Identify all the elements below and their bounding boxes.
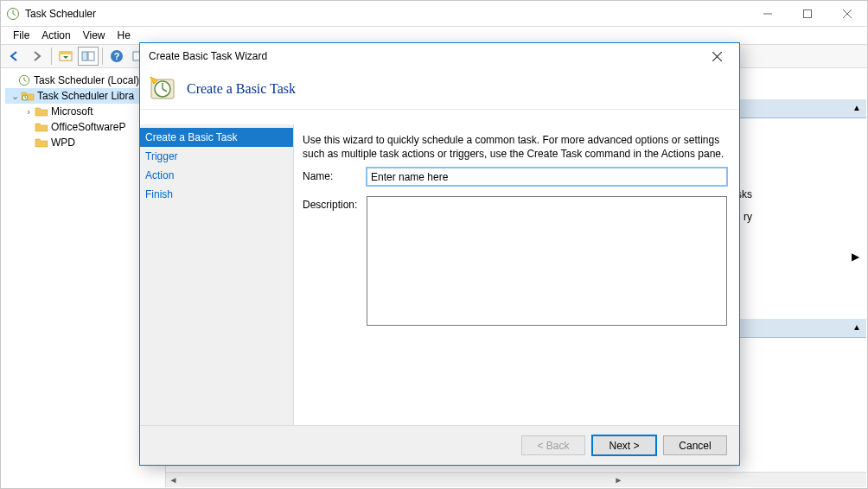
menu-action[interactable]: Action xyxy=(41,29,70,41)
svg-rect-8 xyxy=(60,52,72,54)
chevron-right-icon[interactable]: ▶ xyxy=(852,251,859,263)
wizard-form: Use this wizard to quickly schedule a co… xyxy=(294,124,739,425)
step-action[interactable]: Action xyxy=(140,166,293,185)
horizontal-scrollbar[interactable]: ◄ ► xyxy=(166,472,866,487)
dialog-titlebar: Create Basic Task Wizard xyxy=(140,43,739,69)
close-button[interactable] xyxy=(827,1,867,27)
actions-pane-subheader[interactable]: ▲ xyxy=(732,319,866,338)
description-label: Description: xyxy=(303,196,367,211)
menu-view[interactable]: View xyxy=(83,29,105,41)
maximize-button[interactable] xyxy=(788,1,827,27)
toolbar-help-button[interactable]: ? xyxy=(106,47,127,66)
library-folder-icon xyxy=(21,89,35,103)
folder-icon xyxy=(35,136,48,149)
minimize-button[interactable] xyxy=(748,1,788,27)
dialog-title: Create Basic Task Wizard xyxy=(149,50,267,62)
toolbar-show-hide-button[interactable] xyxy=(55,47,76,66)
truncated-text: ry xyxy=(744,211,752,223)
next-button[interactable]: Next > xyxy=(592,435,656,455)
dialog-close-button[interactable] xyxy=(699,44,734,68)
menu-help[interactable]: He xyxy=(118,29,131,41)
app-clock-icon xyxy=(6,7,20,21)
main-titlebar: Task Scheduler xyxy=(1,1,867,27)
clock-icon xyxy=(17,73,31,87)
chevron-up-icon: ▲ xyxy=(852,322,861,332)
svg-rect-10 xyxy=(88,52,94,60)
nav-forward-button[interactable] xyxy=(27,47,48,66)
dialog-header-text: Create a Basic Task xyxy=(187,81,296,97)
cancel-button[interactable]: Cancel xyxy=(663,435,727,455)
create-basic-task-wizard-dialog: Create Basic Task Wizard Create a Basic … xyxy=(139,42,740,466)
description-input[interactable] xyxy=(367,196,727,326)
nav-back-button[interactable] xyxy=(4,47,25,66)
wizard-steps: Create a Basic Task Trigger Action Finis… xyxy=(140,124,294,425)
wizard-intro-text: Use this wizard to quickly schedule a co… xyxy=(303,133,727,161)
menu-file[interactable]: File xyxy=(13,29,29,41)
expand-icon[interactable]: ⌄ xyxy=(9,91,21,102)
step-trigger[interactable]: Trigger xyxy=(140,147,293,166)
tree-item-label: OfficeSoftwareP xyxy=(51,121,125,133)
dialog-header: Create a Basic Task xyxy=(140,69,739,109)
tree-library-label: Task Scheduler Libra xyxy=(37,90,134,102)
step-create-basic-task[interactable]: Create a Basic Task xyxy=(140,128,293,147)
tree-item-label: WPD xyxy=(51,137,75,149)
scroll-left-icon[interactable]: ◄ xyxy=(166,473,181,487)
actions-pane-header[interactable]: ▲ xyxy=(732,99,866,118)
wizard-clock-icon xyxy=(149,75,176,103)
name-label: Name: xyxy=(303,168,367,182)
scroll-right-icon[interactable]: ► xyxy=(611,473,626,487)
expand-icon[interactable]: › xyxy=(22,106,35,117)
name-input[interactable] xyxy=(367,168,727,186)
back-button: < Back xyxy=(521,435,585,455)
folder-icon xyxy=(35,105,48,118)
chevron-up-icon: ▲ xyxy=(852,103,861,112)
main-title: Task Scheduler xyxy=(25,8,96,20)
toolbar-properties-button[interactable] xyxy=(78,47,99,66)
step-finish[interactable]: Finish xyxy=(140,185,293,204)
svg-rect-4 xyxy=(804,10,812,17)
svg-text:?: ? xyxy=(114,51,120,61)
tree-item-label: Microsoft xyxy=(51,105,93,117)
folder-icon xyxy=(35,120,48,134)
tree-root-label: Task Scheduler (Local) xyxy=(34,74,139,86)
svg-rect-9 xyxy=(82,52,87,60)
menubar: File Action View He xyxy=(1,27,867,44)
dialog-footer: < Back Next > Cancel xyxy=(140,425,739,465)
